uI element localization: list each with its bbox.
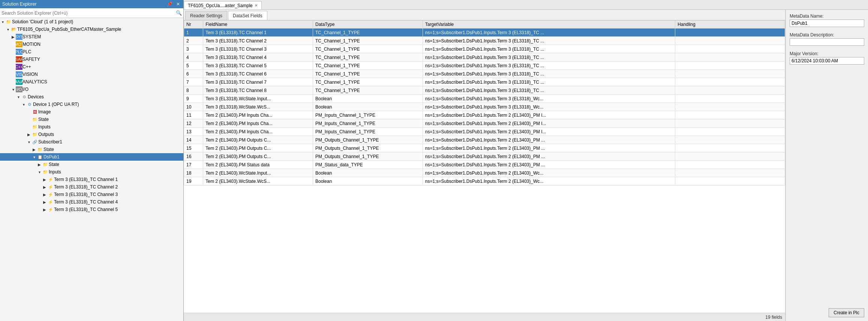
vision-icon: VIS <box>16 71 22 77</box>
tree-toggle-project[interactable]: ▾ <box>5 27 10 32</box>
tree-item-term2[interactable]: ▶⚡Term 3 (EL3318)_TC Channel 2 <box>0 183 183 191</box>
table-row[interactable]: 15Tem 2 (EL3403).PM Outputs C...PM_Outpu… <box>184 144 785 152</box>
tree-item-system[interactable]: ▶SYSSYSTEM <box>0 33 183 41</box>
tree-item-io[interactable]: ▾I/OI/O <box>0 86 183 93</box>
table-row[interactable]: 13Tem 2 (EL3403).PM Inputs Cha...PM_Inpu… <box>184 128 785 136</box>
tree-toggle-device1[interactable]: ▾ <box>21 102 26 107</box>
tree-item-devices[interactable]: ▾⚙Devices <box>0 93 183 101</box>
cell-targetvar: ns=1;s=Subscriber1.DsPub1.Inputs.Term 2 … <box>423 111 675 119</box>
table-row[interactable]: 6Tem 3 (EL3318).TC Channel 6TC_Channel_1… <box>184 70 785 78</box>
search-icon[interactable]: 🔍 <box>176 10 182 16</box>
cell-targetvar: ns=1;s=Subscriber1.DsPub1.Inputs.Term 3 … <box>423 53 675 62</box>
metadata-desc-input[interactable] <box>790 38 864 46</box>
cell-targetvar: ns=1;s=Subscriber1.DsPub1.Inputs.Term 3 … <box>423 95 675 103</box>
term-icon: ⚡ <box>47 184 54 190</box>
tab-dataset-fields[interactable]: DataSet Fields <box>228 11 267 20</box>
cell-nr: 17 <box>184 161 203 169</box>
table-row[interactable]: 7Tem 3 (EL3318).TC Channel 7TC_Channel_1… <box>184 78 785 86</box>
tree-toggle-devices[interactable]: ▾ <box>16 95 21 99</box>
tree-label-term3: Term 3 (EL3318)_TC Channel 3 <box>54 192 118 197</box>
create-in-plc-button[interactable]: Create in Plc <box>829 308 864 317</box>
tree-item-solution[interactable]: ▾📁Solution 'Cloud' (1 of 1 project) <box>0 18 183 26</box>
tree-toggle-dspub1[interactable]: ▾ <box>31 155 37 159</box>
tree-toggle-term1[interactable]: ▶ <box>42 178 47 182</box>
cell-nr: 12 <box>184 119 203 128</box>
tree-item-vision[interactable]: VISVISION <box>0 71 183 78</box>
tree-item-safety[interactable]: SAFSAFETY <box>0 56 183 63</box>
tree-item-analytics[interactable]: ANAANALYTICS <box>0 78 183 86</box>
tree-item-term5[interactable]: ▶⚡Term 3 (EL3318)_TC Channel 5 <box>0 206 183 213</box>
tree-item-term3[interactable]: ▶⚡Term 3 (EL3318)_TC Channel 3 <box>0 191 183 198</box>
tree-toggle-term2[interactable]: ▶ <box>42 185 47 189</box>
metadata-name-input[interactable] <box>790 20 864 27</box>
table-row[interactable]: 14Tem 2 (EL3403).PM Outputs C...PM_Outpu… <box>184 136 785 144</box>
tree-item-term4[interactable]: ▶⚡Term 3 (EL3318)_TC Channel 4 <box>0 198 183 206</box>
tree-item-motion[interactable]: MOTMOTION <box>0 41 183 48</box>
cell-targetvar: ns=1;s=Subscriber1.DsPub1.Inputs.Term 3 … <box>423 78 675 86</box>
tree-item-project[interactable]: ▾📂TF6105_OpcUa_PubSub_EtherCATMaster_Sam… <box>0 26 183 33</box>
close-icon[interactable]: ✕ <box>175 1 181 7</box>
main-tab[interactable]: TF6105_OpcUa....aster_Sample ✕ <box>184 1 262 9</box>
table-row[interactable]: 12Tem 2 (EL3403).PM Inputs Cha...PM_Inpu… <box>184 119 785 128</box>
data-table: Nr FieldName DataType TargetVariable Han… <box>184 20 785 313</box>
table-row[interactable]: 3Tem 3 (EL3318).TC Channel 3TC_Channel_1… <box>184 45 785 53</box>
tree-item-outputs[interactable]: ▶📁Outputs <box>0 131 183 138</box>
tree-item-inputs2[interactable]: ▾📁Inputs <box>0 168 183 176</box>
tree-item-device1[interactable]: ▾⚙Device 1 (OPC UA RT) <box>0 101 183 108</box>
tree-item-inputs1[interactable]: 📁Inputs <box>0 123 183 131</box>
cell-targetvar: ns=1;s=Subscriber1.DsPub1.Inputs.Term 3 … <box>423 86 675 95</box>
state-folder-icon: 📁 <box>42 161 49 167</box>
tree-item-term1[interactable]: ▶⚡Term 3 (EL3318)_TC Channel 1 <box>0 176 183 183</box>
status-bar: 19 fields <box>184 313 785 321</box>
pin-icon[interactable]: 📌 <box>166 1 174 7</box>
cell-nr: 4 <box>184 53 203 62</box>
table-row[interactable]: 17Tem 2 (EL3403).PM Status dataPM_Status… <box>184 161 785 169</box>
tree-toggle-term5[interactable]: ▶ <box>42 208 47 212</box>
table-row[interactable]: 10Tem 3 (EL3318).WcState.WcS...Booleanns… <box>184 103 785 111</box>
tree-item-state1[interactable]: 📁State <box>0 116 183 123</box>
tree-item-cpp[interactable]: C++C++ <box>0 63 183 71</box>
tree-toggle-state3[interactable]: ▶ <box>37 163 42 167</box>
state-folder-icon: 📁 <box>37 146 43 152</box>
tree-item-subscriber1[interactable]: ▾🔗Subscriber1 <box>0 138 183 146</box>
tree-toggle-subscriber1[interactable]: ▾ <box>26 140 31 144</box>
major-version-input[interactable] <box>790 57 864 65</box>
table-row[interactable]: 18Tem 2 (EL3403).WcState.Input...Boolean… <box>184 169 785 177</box>
search-input[interactable] <box>1 11 176 16</box>
table-row[interactable]: 8Tem 3 (EL3318).TC Channel 8TC_Channel_1… <box>184 86 785 95</box>
tree-toggle-term3[interactable]: ▶ <box>42 193 47 197</box>
table-row[interactable]: 4Tem 3 (EL3318).TC Channel 4TC_Channel_1… <box>184 53 785 62</box>
tree-item-plc[interactable]: PLCPLC <box>0 48 183 56</box>
tree-toggle-io[interactable]: ▾ <box>10 87 16 92</box>
metadata-name-group: MetaData Name: <box>790 14 864 27</box>
tree-toggle-outputs[interactable]: ▶ <box>26 133 31 137</box>
table-row[interactable]: 11Tem 2 (EL3403).PM Inputs Cha...PM_Inpu… <box>184 111 785 119</box>
cell-targetvar: ns=1;s=Subscriber1.DsPub1.Inputs.Term 3 … <box>423 62 675 70</box>
tree-toggle-term4[interactable]: ▶ <box>42 200 47 204</box>
tree-label-inputs2: Inputs <box>49 169 61 175</box>
table-row[interactable]: 1Tem 3 (EL3318).TC Channel 1TC_Channel_1… <box>184 29 785 37</box>
tree-label-vision: VISION <box>22 72 38 77</box>
tree-toggle-solution[interactable]: ▾ <box>0 20 5 24</box>
table-row[interactable]: 5Tem 3 (EL3318).TC Channel 5TC_Channel_1… <box>184 62 785 70</box>
sub-tab-bar: Reader Settings DataSet Fields <box>184 10 785 20</box>
table-row[interactable]: 9Tem 3 (EL3318).WcState.Input...Booleann… <box>184 95 785 103</box>
table-row[interactable]: 2Tem 3 (EL3318).TC Channel 2TC_Channel_1… <box>184 37 785 45</box>
tree-toggle-state2[interactable]: ▶ <box>31 148 37 152</box>
cell-fieldname: Tem 3 (EL3318).WcState.Input... <box>203 95 313 103</box>
tab-close-icon[interactable]: ✕ <box>255 3 258 8</box>
tree-item-state3[interactable]: ▶📁State <box>0 161 183 168</box>
outputs-icon: 📁 <box>31 131 38 137</box>
tree-label-subscriber1: Subscriber1 <box>38 139 62 145</box>
tab-bar: TF6105_OpcUa....aster_Sample ✕ <box>184 0 868 10</box>
tab-reader-settings[interactable]: Reader Settings <box>185 11 227 20</box>
table-row[interactable]: 16Tem 2 (EL3403).PM Outputs C...PM_Outpu… <box>184 152 785 161</box>
tree-item-image[interactable]: 🖼Image <box>0 108 183 116</box>
tree-item-state2[interactable]: ▶📁State <box>0 146 183 153</box>
cell-handling <box>675 53 785 62</box>
cell-fieldname: Tem 2 (EL3403).PM Status data <box>203 161 313 169</box>
tree-label-safety: SAFETY <box>22 57 40 62</box>
tree-item-dspub1[interactable]: ▾📋DsPub1 <box>0 153 183 161</box>
table-row[interactable]: 19Tem 2 (EL3403).WcState.WcS...Booleanns… <box>184 177 785 185</box>
tree-toggle-inputs2[interactable]: ▾ <box>37 170 42 174</box>
